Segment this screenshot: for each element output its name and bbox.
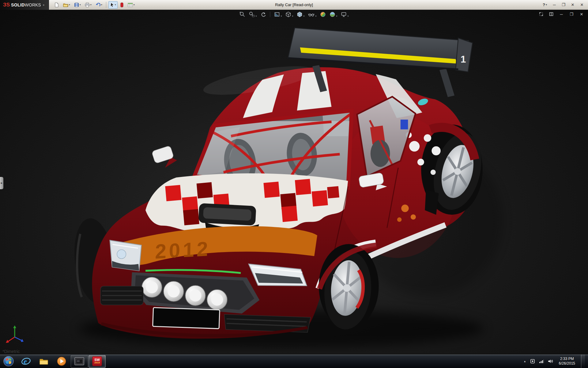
orientation-triad	[5, 324, 26, 345]
start-button[interactable]	[0, 355, 17, 368]
rally-car-model[interactable]: 2012	[0, 10, 588, 354]
panes-button[interactable]	[548, 11, 554, 17]
doc-close-button[interactable]: ✕	[579, 11, 584, 17]
minimize-button[interactable]: ─	[551, 2, 558, 8]
save-icon	[74, 2, 79, 7]
design-table-button[interactable]: ▾	[126, 1, 136, 9]
help-icon: ?	[543, 2, 545, 7]
hud-separator	[270, 12, 270, 17]
select-button[interactable]: ▾	[108, 1, 118, 9]
taskbar-solidworks[interactable]: SW 2015	[89, 355, 106, 368]
taskbar-windows-explorer[interactable]	[35, 355, 52, 368]
titlebar-right-controls: ? ▾ ─ ❐ ✕ ✕	[541, 2, 588, 8]
close-app-button[interactable]: ✕	[578, 2, 586, 8]
brand-text: SOLIDWORKS	[11, 2, 41, 7]
volume-icon[interactable]	[548, 359, 553, 363]
new-document-icon	[54, 2, 59, 7]
taskbar: e SW 2015	[0, 354, 588, 368]
left-mirror	[152, 145, 177, 168]
network-icon[interactable]	[539, 359, 544, 363]
previous-view-button[interactable]	[260, 11, 266, 18]
titlebar: ЗS SOLIDWORKS ▸ ▾ ▾ ▾ ▾	[0, 0, 588, 10]
design-table-icon	[128, 2, 133, 7]
clock-date: 6/26/2015	[559, 361, 575, 366]
edit-appearance-sphere-icon	[320, 11, 326, 17]
view-settings-icon	[341, 11, 347, 17]
zoom-to-area-button[interactable]: ▾	[248, 11, 257, 18]
hood-year-text: 2012	[155, 237, 211, 263]
edit-appearance-button[interactable]	[320, 11, 326, 18]
system-tray: ▲ 2:33 PM 6/26/2015	[524, 355, 588, 368]
feature-manager-flyout-tab[interactable]: ▶	[0, 177, 3, 189]
previous-view-icon	[260, 11, 266, 17]
zoom-to-fit-button[interactable]	[239, 11, 246, 18]
save-button[interactable]: ▾	[73, 1, 82, 9]
section-view-icon	[274, 11, 280, 17]
viewer-window-icon	[74, 357, 84, 365]
document-window-controls: ─ ❐ ✕	[538, 11, 584, 17]
undo-button[interactable]: ▾	[94, 1, 104, 9]
appearance-swatch-icon	[120, 2, 124, 7]
fullscreen-button[interactable]	[538, 11, 544, 17]
view-settings-button[interactable]: ▾	[341, 11, 349, 18]
heads-up-view-toolbar: ▾ ▾ ▾ ▾ ▾	[239, 11, 349, 18]
taskbar-media-player[interactable]	[53, 355, 70, 368]
appearance-button[interactable]	[119, 1, 125, 9]
tray-app-icon[interactable]	[530, 359, 535, 364]
brand-expand-arrow-icon[interactable]: ▸	[43, 3, 45, 6]
doc-minimize-button[interactable]: ─	[559, 11, 564, 17]
toolbar-separator	[106, 2, 106, 8]
wing-number: 1	[461, 54, 466, 65]
display-style-button[interactable]: ▾	[296, 11, 305, 18]
split-panes-icon	[549, 12, 553, 16]
apply-scene-icon	[330, 11, 336, 17]
svg-text:e: e	[24, 357, 27, 365]
solidworks-app-icon: SW 2015	[92, 356, 102, 366]
view-orientation-cube-icon	[285, 11, 291, 17]
restore-button[interactable]: ❐	[560, 2, 567, 8]
taskbar-clock[interactable]: 2:33 PM 6/26/2015	[557, 357, 577, 366]
taskbar-viewer-window[interactable]	[71, 355, 88, 368]
3ds-logo-mark: ЗS	[3, 2, 10, 8]
taskbar-internet-explorer[interactable]: e	[17, 355, 35, 368]
zoom-to-fit-icon	[239, 11, 245, 17]
solidworks-window: ЗS SOLIDWORKS ▸ ▾ ▾ ▾ ▾	[0, 0, 588, 368]
fullscreen-icon	[539, 12, 543, 16]
folder-icon	[39, 357, 49, 366]
media-player-icon	[57, 356, 66, 366]
graphics-area[interactable]: ▾ ▾ ▾ ▾ ▾	[0, 10, 588, 354]
flyout-arrow-icon: ▶	[1, 182, 2, 184]
internet-explorer-icon: e	[21, 356, 31, 366]
undo-icon	[96, 2, 100, 7]
open-folder-icon	[63, 2, 68, 7]
display-style-icon	[296, 11, 303, 17]
zoom-to-area-icon	[249, 11, 255, 17]
apply-scene-button[interactable]: ▾	[329, 11, 338, 18]
tray-expand-button[interactable]: ▲	[524, 360, 526, 363]
clock-time: 2:33 PM	[560, 357, 574, 361]
select-arrow-icon	[110, 2, 114, 7]
help-button[interactable]: ? ▾	[541, 2, 549, 7]
view-orientation-label: *Dimetric	[2, 349, 20, 354]
window-title: Rally Car [Read-only]	[275, 2, 313, 7]
view-orientation-button[interactable]: ▾	[285, 11, 293, 18]
license-plate	[153, 308, 220, 329]
print-icon	[85, 2, 90, 7]
show-desktop-button[interactable]	[581, 355, 585, 368]
standard-toolbar: ▾ ▾ ▾ ▾ ▾ ▾	[49, 1, 136, 9]
new-document-button[interactable]	[53, 1, 61, 9]
section-view-button[interactable]: ▾	[273, 11, 282, 18]
hide-show-items-button[interactable]: ▾	[308, 11, 317, 18]
hide-show-glasses-icon	[308, 11, 315, 17]
print-button[interactable]: ▾	[83, 1, 93, 9]
solidworks-logo: ЗS SOLIDWORKS ▸	[0, 0, 49, 10]
left-headlight	[110, 240, 141, 271]
open-button[interactable]: ▾	[62, 1, 72, 9]
windows-start-icon	[3, 356, 14, 367]
doc-restore-button[interactable]: ❐	[569, 11, 574, 17]
close-window-button[interactable]: ✕	[569, 2, 576, 8]
